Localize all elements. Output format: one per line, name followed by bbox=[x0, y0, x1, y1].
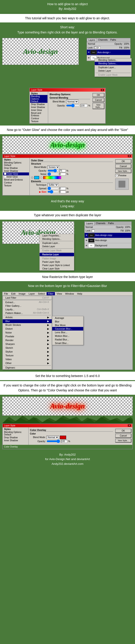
outer-glow-active[interactable]: ✓ Outer Glow bbox=[3, 172, 29, 175]
extract-item[interactable]: Extract... Alt+Ctrl+X bbox=[3, 300, 52, 304]
gaussian-blur-item[interactable]: Gaussian Blur... bbox=[52, 327, 83, 330]
close-button-1[interactable]: ✕ bbox=[101, 89, 104, 91]
bevel-emboss-style-item[interactable]: Bevel and Emboss bbox=[30, 112, 48, 117]
size-slider[interactable] bbox=[48, 191, 59, 193]
brush-strokes-item[interactable]: Brush Strokes▶ bbox=[3, 323, 52, 327]
lens-blur-item[interactable]: Lens Blur... bbox=[52, 330, 83, 334]
inner-glow-style-item[interactable]: Inner Glow bbox=[30, 109, 48, 112]
delete-layer-menu-item[interactable]: Delete Layer bbox=[40, 245, 74, 248]
layer-row-orig[interactable]: 👁 Avio Avio-design bbox=[85, 238, 131, 243]
inner-glow-checkbox[interactable] bbox=[4, 176, 6, 178]
texture-2[interactable]: Texture bbox=[3, 184, 29, 187]
paths-tab[interactable]: Paths bbox=[109, 38, 117, 42]
eye-icon[interactable]: 👁 bbox=[88, 51, 90, 54]
file-menu[interactable]: File bbox=[3, 292, 10, 295]
contour-style-item[interactable]: Contour bbox=[30, 117, 48, 120]
close-button-2[interactable]: ✕ bbox=[128, 155, 131, 157]
paths-tab-3[interactable]: Paths bbox=[107, 222, 115, 226]
layer-props-menu-item[interactable]: Layer Properties... bbox=[40, 234, 74, 237]
eye-icon-3[interactable]: 👁 bbox=[85, 234, 87, 236]
opacity-slider[interactable] bbox=[66, 104, 80, 107]
paste-layer-style-linked-item[interactable]: Paste Layer Style to Linked bbox=[40, 264, 74, 267]
enable-mask-menu-item[interactable]: Enable Layer Mask bbox=[40, 249, 74, 252]
other-item[interactable]: Other▶ bbox=[3, 361, 52, 365]
texture-item[interactable]: Texture▶ bbox=[3, 354, 52, 358]
filter-menu-active[interactable]: Filter bbox=[47, 292, 55, 295]
layers-panel[interactable]: Layers Channels Paths Normal Opacity: 10… bbox=[87, 38, 130, 61]
ok-button-2[interactable]: OK bbox=[115, 159, 131, 164]
inner-shadow-style-3[interactable]: Inner Shadow bbox=[3, 439, 28, 442]
help-menu[interactable]: Help bbox=[76, 292, 84, 295]
smart-blur-item[interactable]: Smart Blur... bbox=[52, 341, 83, 345]
window-menu[interactable]: Window bbox=[64, 292, 75, 295]
lock-icon-3[interactable] bbox=[92, 230, 94, 232]
motion-blur-item[interactable]: Motion Blur... bbox=[52, 334, 83, 338]
new-style-button-1[interactable]: New Style... bbox=[92, 103, 104, 109]
gradient-radio[interactable] bbox=[40, 176, 42, 179]
inner-shadow-style-item[interactable]: Inner Shadow bbox=[30, 106, 48, 109]
blend-mode-select-2[interactable]: Screen bbox=[48, 166, 60, 169]
drop-shadow-style-3[interactable]: Drop Shadow bbox=[3, 436, 28, 439]
channels-tab-3[interactable]: Channels bbox=[94, 222, 107, 226]
liquify-item[interactable]: Liquify... Ctrl+Shift+X bbox=[3, 308, 52, 311]
delete-layer-item-1[interactable]: Delete Layer bbox=[95, 69, 131, 72]
eye-icon-5[interactable]: 👁 bbox=[85, 244, 87, 247]
spread-input[interactable] bbox=[59, 187, 66, 190]
layers-tab-3[interactable]: Layers bbox=[85, 222, 94, 226]
enable-layer-mask-item[interactable]: Enable Layer Mask bbox=[95, 73, 131, 76]
blur-more-item[interactable]: Blur More bbox=[52, 323, 83, 327]
new-style-button-2[interactable]: New Style... bbox=[115, 169, 131, 173]
layer-row-active-3[interactable]: 👁 Avio Avio-design copy bbox=[85, 233, 131, 238]
layers-panel-3[interactable]: Layers Channels Paths Normal Opacity: 10… bbox=[84, 222, 132, 248]
gradient-bar[interactable] bbox=[43, 176, 61, 179]
pattern-maker-item[interactable]: Pattern Maker... Alt+Shift+Ctrl+X bbox=[3, 311, 52, 315]
drop-shadow-style-item[interactable]: Drop Shadow bbox=[30, 103, 48, 106]
inner-glow-2[interactable]: Inner Glow bbox=[3, 175, 29, 178]
eye-icon-4[interactable]: 👁 bbox=[85, 239, 87, 242]
sketch-item[interactable]: Sketch▶ bbox=[3, 346, 52, 350]
co-opacity-slider[interactable] bbox=[47, 440, 60, 442]
artistic-item[interactable]: Artistic▶ bbox=[3, 316, 52, 319]
blending-options-highlighted[interactable]: Blending Options... bbox=[95, 62, 131, 65]
color-overlay-swatch[interactable] bbox=[60, 436, 66, 439]
layer-row-bg-3[interactable]: 👁 BG Background bbox=[85, 243, 131, 248]
edit-menu[interactable]: Edit bbox=[10, 292, 17, 295]
blur-item[interactable]: Blur bbox=[52, 320, 83, 323]
blend-opt-2[interactable]: Blending Options: Default bbox=[3, 161, 29, 166]
close-button-3[interactable]: ✕ bbox=[128, 424, 131, 427]
bevel-emboss-2[interactable]: Bevel and Emboss bbox=[3, 178, 29, 181]
cancel-button-1[interactable]: Cancel bbox=[92, 98, 104, 102]
color-swatch-2[interactable] bbox=[34, 176, 39, 179]
preview-checkbox[interactable]: ✓ bbox=[115, 174, 118, 177]
drop-shadow-2[interactable]: Drop Shadow bbox=[3, 166, 29, 170]
spread-slider[interactable] bbox=[48, 187, 59, 190]
cancel-button-2[interactable]: Cancel bbox=[115, 164, 131, 168]
paste-layer-style-item[interactable]: Paste Layer Style bbox=[40, 260, 74, 264]
size-input[interactable] bbox=[59, 190, 66, 193]
contour-2[interactable]: Contour bbox=[3, 181, 29, 184]
co-opacity-input[interactable] bbox=[61, 440, 67, 443]
filter-gallery-item[interactable]: Filter Gallery... bbox=[3, 304, 52, 308]
co-blend-select[interactable]: Normal bbox=[47, 436, 59, 439]
average-item[interactable]: Average bbox=[52, 316, 83, 320]
blending-opts-menu-item[interactable]: Blending Options... bbox=[40, 237, 74, 241]
opacity-input[interactable] bbox=[81, 104, 87, 107]
digimarc-item[interactable]: Digimarc bbox=[3, 366, 52, 370]
opacity-input-2[interactable] bbox=[59, 169, 66, 172]
layers-tab[interactable]: Layers bbox=[87, 38, 97, 42]
technique-select[interactable]: Softer bbox=[48, 183, 59, 186]
blur-item-active[interactable]: Blur▶ bbox=[3, 319, 52, 323]
new-style-button-3[interactable]: New Style... bbox=[115, 438, 131, 442]
texture-style-item[interactable]: Texture bbox=[30, 120, 48, 123]
stylize-item[interactable]: Stylize▶ bbox=[3, 350, 52, 354]
clear-layer-style-item[interactable]: Clear Layer Style bbox=[40, 267, 74, 270]
lock-icon[interactable]: ☐ bbox=[94, 46, 97, 49]
layer-row-active[interactable]: 👁 Avio Avio-design f bbox=[87, 50, 130, 55]
lock-move-icon[interactable]: + bbox=[98, 46, 100, 49]
blend-mode-select[interactable]: Normal bbox=[66, 100, 79, 103]
duplicate-layer-menu-item[interactable]: Duplicate Layer... bbox=[40, 242, 74, 245]
image-menu[interactable]: Image bbox=[17, 292, 27, 295]
blending-options-style-item[interactable]: Blending Options: Default bbox=[30, 95, 48, 103]
layer-menu[interactable]: Layer bbox=[27, 292, 36, 295]
render-item[interactable]: Render▶ bbox=[3, 338, 52, 342]
